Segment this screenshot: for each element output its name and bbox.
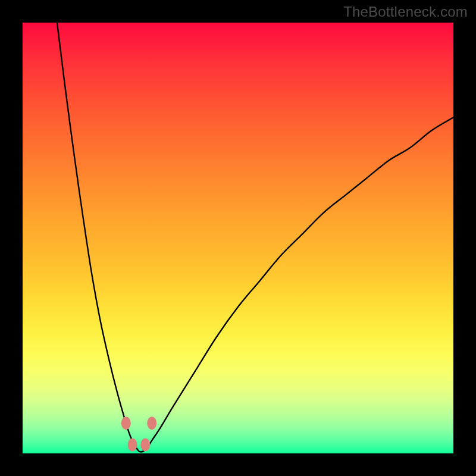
trough-marker xyxy=(121,416,131,430)
trough-marker xyxy=(140,439,150,452)
bottleneck-curve xyxy=(57,23,453,452)
curve-svg xyxy=(23,23,453,453)
trough-marker xyxy=(147,416,156,430)
trough-marker xyxy=(128,439,137,452)
watermark-text: TheBottleneck.com xyxy=(343,4,468,20)
chart-frame: TheBottleneck.com xyxy=(0,0,476,476)
trough-markers xyxy=(121,416,156,451)
plot-area xyxy=(23,23,453,453)
